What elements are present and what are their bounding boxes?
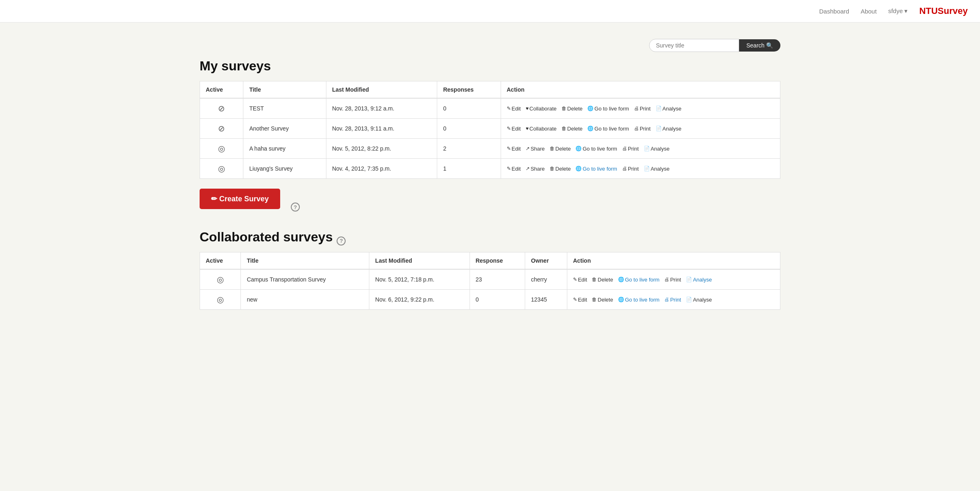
delete-icon: 🗑 bbox=[562, 106, 566, 111]
action-print[interactable]: 🖨Print bbox=[634, 126, 651, 132]
collaborate-label: Collaborate bbox=[529, 126, 557, 132]
delete-icon: 🗑 bbox=[550, 166, 555, 171]
action-collaborate[interactable]: ♥Collaborate bbox=[526, 106, 557, 112]
search-button[interactable]: Search 🔍 bbox=[739, 39, 780, 52]
active-icon: ◎ bbox=[217, 275, 224, 284]
action-analyse[interactable]: 📄Analyse bbox=[644, 166, 670, 172]
table-row: ◎Liuyang's SurveyNov. 4, 2012, 7:35 p.m.… bbox=[200, 159, 780, 179]
survey-title-cell: Liuyang's Survey bbox=[243, 159, 326, 179]
action-go-to-live-form[interactable]: 🌐Go to live form bbox=[587, 126, 629, 132]
collaborate-label: Collaborate bbox=[529, 106, 557, 112]
create-survey-help-icon[interactable]: ? bbox=[291, 203, 300, 212]
analyse-label: Analyse bbox=[663, 126, 681, 132]
action-analyse[interactable]: 📄Analyse bbox=[656, 126, 681, 132]
last-modified-cell: Nov. 5, 2012, 8:22 p.m. bbox=[326, 139, 437, 159]
action-go-to-live-form[interactable]: 🌐Go to live form bbox=[575, 166, 617, 172]
survey-title-cell: Another Survey bbox=[243, 119, 326, 139]
active-cell: ◎ bbox=[200, 159, 243, 179]
print-icon: 🖨 bbox=[664, 297, 669, 302]
nav-dashboard[interactable]: Dashboard bbox=[819, 8, 849, 15]
action-cell: ✎Edit🗑Delete🌐Go to live form🖨Print📄Analy… bbox=[567, 269, 780, 290]
print-label: Print bbox=[628, 166, 639, 172]
table-row: ◎Campus Transportation SurveyNov. 5, 201… bbox=[200, 269, 780, 290]
nav-user-menu[interactable]: sfdye ▾ bbox=[888, 7, 908, 15]
table-row: ⊘Another SurveyNov. 28, 2013, 9:11 a.m.0… bbox=[200, 119, 780, 139]
analyse-icon: 📄 bbox=[644, 146, 650, 151]
action-edit[interactable]: ✎Edit bbox=[573, 277, 587, 283]
action-delete[interactable]: 🗑Delete bbox=[550, 146, 571, 152]
owner-cell: 12345 bbox=[525, 290, 567, 310]
table-row: ◎newNov. 6, 2012, 9:22 p.m.012345✎Edit🗑D… bbox=[200, 290, 780, 310]
go-to-live-form-icon: 🌐 bbox=[618, 297, 624, 302]
col-responses: Responses bbox=[437, 81, 501, 99]
action-delete[interactable]: 🗑Delete bbox=[562, 106, 583, 112]
action-delete[interactable]: 🗑Delete bbox=[562, 126, 583, 132]
print-icon: 🖨 bbox=[622, 166, 627, 171]
owner-cell: cherry bbox=[525, 269, 567, 290]
inactive-icon: ⊘ bbox=[218, 124, 225, 133]
go-to-live-form-label: Go to live form bbox=[625, 297, 660, 303]
action-print[interactable]: 🖨Print bbox=[664, 297, 681, 303]
action-share[interactable]: ↗Share bbox=[526, 166, 545, 172]
action-edit[interactable]: ✎Edit bbox=[507, 146, 521, 152]
action-analyse[interactable]: 📄Analyse bbox=[686, 277, 712, 283]
analyse-label: Analyse bbox=[663, 106, 681, 112]
edit-label: Edit bbox=[512, 126, 521, 132]
action-delete[interactable]: 🗑Delete bbox=[592, 277, 613, 283]
my-surveys-title: My surveys bbox=[200, 59, 780, 74]
survey-title-cell: TEST bbox=[243, 98, 326, 119]
action-print[interactable]: 🖨Print bbox=[664, 277, 681, 283]
action-print[interactable]: 🖨Print bbox=[622, 166, 639, 172]
go-to-live-form-label: Go to live form bbox=[594, 106, 629, 112]
survey-title-cell: A haha survey bbox=[243, 139, 326, 159]
action-edit[interactable]: ✎Edit bbox=[507, 166, 521, 172]
collaborated-surveys-header-row: Active Title Last Modified Response Owne… bbox=[200, 252, 780, 270]
collaborated-surveys-title: Collaborated surveys bbox=[200, 230, 333, 245]
last-modified-cell: Nov. 5, 2012, 7:18 p.m. bbox=[369, 269, 470, 290]
action-delete[interactable]: 🗑Delete bbox=[550, 166, 571, 172]
action-edit[interactable]: ✎Edit bbox=[573, 297, 587, 303]
edit-icon: ✎ bbox=[507, 166, 511, 171]
action-edit[interactable]: ✎Edit bbox=[507, 106, 521, 112]
print-label: Print bbox=[640, 126, 651, 132]
responses-cell: 0 bbox=[470, 290, 525, 310]
collaborate-icon: ♥ bbox=[526, 126, 528, 131]
action-collaborate[interactable]: ♥Collaborate bbox=[526, 126, 557, 132]
go-to-live-form-icon: 🌐 bbox=[618, 277, 624, 282]
search-input[interactable] bbox=[649, 39, 739, 52]
collaborated-help-icon[interactable]: ? bbox=[337, 236, 346, 246]
action-print[interactable]: 🖨Print bbox=[622, 146, 639, 152]
my-surveys-header-row: Active Title Last Modified Responses Act… bbox=[200, 81, 780, 99]
col-last-modified-c: Last Modified bbox=[369, 252, 470, 270]
action-go-to-live-form[interactable]: 🌐Go to live form bbox=[587, 106, 629, 112]
edit-icon: ✎ bbox=[573, 277, 577, 282]
edit-label: Edit bbox=[578, 277, 587, 283]
search-row: Search 🔍 bbox=[200, 39, 780, 52]
action-analyse[interactable]: 📄Analyse bbox=[656, 106, 681, 112]
action-go-to-live-form[interactable]: 🌐Go to live form bbox=[575, 146, 617, 152]
action-go-to-live-form[interactable]: 🌐Go to live form bbox=[618, 277, 660, 283]
inactive-icon: ⊘ bbox=[218, 104, 225, 113]
col-title: Title bbox=[243, 81, 326, 99]
create-survey-button[interactable]: ✏ Create Survey bbox=[200, 189, 280, 209]
action-go-to-live-form[interactable]: 🌐Go to live form bbox=[618, 297, 660, 303]
action-cell: ✎Edit♥Collaborate🗑Delete🌐Go to live form… bbox=[501, 98, 780, 119]
action-analyse[interactable]: 📄Analyse bbox=[644, 146, 670, 152]
action-share[interactable]: ↗Share bbox=[526, 146, 545, 152]
action-delete[interactable]: 🗑Delete bbox=[592, 297, 613, 303]
last-modified-cell: Nov. 4, 2012, 7:35 p.m. bbox=[326, 159, 437, 179]
go-to-live-form-label: Go to live form bbox=[582, 166, 617, 172]
go-to-live-form-icon: 🌐 bbox=[575, 166, 582, 171]
action-cell: ✎Edit↗Share🗑Delete🌐Go to live form🖨Print… bbox=[501, 139, 780, 159]
collaborated-surveys-header: Collaborated surveys ? bbox=[200, 230, 780, 252]
nav-about[interactable]: About bbox=[861, 8, 877, 15]
analyse-icon: 📄 bbox=[686, 297, 692, 302]
action-print[interactable]: 🖨Print bbox=[634, 106, 651, 112]
action-analyse[interactable]: 📄Analyse bbox=[686, 297, 712, 303]
print-icon: 🖨 bbox=[634, 126, 639, 131]
last-modified-cell: Nov. 6, 2012, 9:22 p.m. bbox=[369, 290, 470, 310]
delete-label: Delete bbox=[567, 106, 583, 112]
survey-title-cell: new bbox=[241, 290, 369, 310]
action-edit[interactable]: ✎Edit bbox=[507, 126, 521, 132]
responses-cell: 0 bbox=[437, 98, 501, 119]
